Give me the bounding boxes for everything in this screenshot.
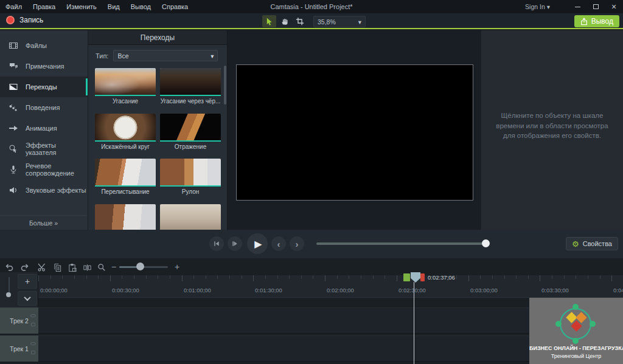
- menu-modify[interactable]: Изменить: [61, 0, 102, 13]
- transition-thumbnail: [160, 204, 221, 230]
- sidebar-item-label: Эффекты указателя: [26, 142, 88, 156]
- export-button[interactable]: Вывод: [574, 15, 619, 27]
- play-icon: ▶: [254, 238, 262, 250]
- gear-icon: ⚙: [572, 240, 579, 248]
- transition-roll[interactable]: Рулон: [160, 159, 221, 195]
- canvas-zoom-select[interactable]: 35,8% ▾: [313, 16, 366, 27]
- transition-circle-distort[interactable]: Искажённый круг: [95, 114, 156, 150]
- panel-scrollbar[interactable]: [224, 66, 226, 105]
- transition-partial-1[interactable]: [95, 204, 156, 230]
- lock-icon[interactable]: [31, 323, 35, 326]
- timeline-ruler[interactable]: 0:00:00;00 0:00:30;00 0:01:00;00 0:01:30…: [38, 275, 623, 298]
- plus-icon: +: [25, 276, 30, 286]
- crop-tool-button[interactable]: [293, 15, 307, 27]
- properties-button[interactable]: ⚙ Свойства: [566, 237, 618, 250]
- chevron-down-icon: ▾: [358, 18, 361, 26]
- transition-thumbnail: [160, 68, 221, 96]
- crop-icon: [296, 17, 304, 26]
- chevron-down-icon: ▾: [547, 3, 550, 10]
- menu-share[interactable]: Вывод: [125, 0, 156, 13]
- next-button[interactable]: ›: [290, 236, 304, 251]
- lock-icon[interactable]: [31, 351, 35, 354]
- track-height-slider-handle[interactable]: [6, 292, 11, 297]
- transitions-panel: Переходы Тип: Все ▾ Угасание Угасание че…: [88, 30, 228, 230]
- sidebar-item-behaviors[interactable]: Поведения: [0, 97, 88, 118]
- restore-button[interactable]: [586, 0, 605, 13]
- transition-fade[interactable]: Угасание: [95, 68, 156, 105]
- add-track-button[interactable]: +: [18, 274, 37, 289]
- paste-button[interactable]: [65, 261, 78, 273]
- eye-icon[interactable]: [30, 314, 36, 317]
- copy-button[interactable]: [50, 261, 64, 273]
- sidebar-item-voice-narration[interactable]: Речевое сопровождение: [0, 159, 88, 180]
- ruler-tick: [468, 275, 469, 281]
- close-button[interactable]: ×: [605, 0, 623, 13]
- menu-help[interactable]: Справка: [156, 0, 193, 13]
- copy-icon: [53, 263, 62, 272]
- sidebar-item-audio-effects[interactable]: Звуковые эффекты: [0, 180, 88, 201]
- playhead-line[interactable]: [414, 282, 414, 364]
- sidebar-item-annotations[interactable]: Примечания: [0, 56, 88, 77]
- menu-file[interactable]: Файл: [0, 0, 27, 13]
- transition-thumbnail: [95, 159, 156, 187]
- timeline-zoom-in-button[interactable]: +: [172, 258, 183, 275]
- track-options-button[interactable]: [18, 291, 37, 306]
- ruler-label: 0:00:30;00: [112, 287, 139, 294]
- transition-fade-through-black[interactable]: Угасание через чёр...: [160, 68, 221, 105]
- menu-view[interactable]: Вид: [102, 0, 125, 13]
- tools-sidebar: Файлы Примечания Переходы Поведения: [0, 30, 88, 230]
- watermark-title: БИЗНЕС ОНЛАЙН - ПЕРЕЗАГРУЗКА: [529, 345, 623, 351]
- cursor-tool-button[interactable]: [262, 15, 276, 27]
- ruler-minor-ticks: [38, 275, 623, 279]
- sidebar-item-media[interactable]: Файлы: [0, 35, 88, 56]
- pan-tool-button[interactable]: [277, 15, 291, 27]
- transition-partial-2[interactable]: [160, 204, 221, 230]
- filmstrip-icon: [9, 41, 18, 50]
- sidebar-item-transitions[interactable]: Переходы: [0, 77, 88, 97]
- timeline-zoom-handle[interactable]: [136, 263, 144, 270]
- timeline-zoom-out-button[interactable]: −: [108, 258, 119, 275]
- transition-type-select[interactable]: Все ▾: [113, 50, 218, 61]
- playhead-in-marker[interactable]: [403, 273, 410, 281]
- minimize-button[interactable]: [568, 0, 586, 13]
- undo-button[interactable]: [2, 261, 16, 273]
- watermark-subtitle: Тренинговый Центр: [529, 353, 623, 359]
- arrow-right-icon: [9, 123, 18, 133]
- preview-canvas[interactable]: [236, 64, 473, 201]
- ruler-tick: [540, 275, 540, 281]
- redo-button[interactable]: [18, 261, 32, 273]
- top-toolbar: Запись 35,8% ▾ Вывод: [0, 13, 623, 29]
- sidebar-item-cursor-effects[interactable]: Эффекты указателя: [0, 139, 88, 159]
- transition-page-turn[interactable]: Перелистывание: [95, 159, 156, 195]
- transition-reflection[interactable]: Отражение: [160, 114, 221, 150]
- sidebar-item-animations[interactable]: Анимация: [0, 118, 88, 139]
- sign-in-button[interactable]: Sign In ▾: [525, 0, 550, 13]
- timeline-zoom-button[interactable]: [95, 261, 108, 273]
- hand-icon: [280, 17, 289, 26]
- menu-edit[interactable]: Правка: [27, 0, 61, 13]
- playhead-timestamp: 0:02:37;06: [428, 274, 455, 281]
- magnifier-icon: [97, 263, 106, 272]
- playhead-out-marker[interactable]: [420, 273, 425, 281]
- transition-type-row: Тип: Все ▾: [96, 50, 218, 61]
- track-1-header[interactable]: Трек 1: [0, 335, 38, 362]
- play-button[interactable]: ▶: [247, 233, 268, 254]
- split-button[interactable]: [80, 261, 94, 273]
- ruler-tick: [325, 275, 325, 281]
- step-back-icon: [213, 240, 220, 247]
- step-back-button[interactable]: [209, 236, 224, 251]
- transition-thumbnail: [95, 68, 156, 96]
- ruler-label: 0:02:30;00: [399, 287, 426, 294]
- step-forward-button[interactable]: [228, 236, 242, 251]
- track-2-header[interactable]: Трек 2: [0, 307, 38, 334]
- sidebar-more-button[interactable]: Больше »: [0, 215, 87, 230]
- cut-button[interactable]: [35, 261, 49, 273]
- properties-hint-text: Щёлкните по объекту на шкале времени или…: [490, 111, 614, 141]
- ruler-tick: [38, 275, 39, 281]
- record-button[interactable]: Запись: [6, 16, 43, 24]
- eye-icon[interactable]: [30, 342, 36, 345]
- previous-button[interactable]: ‹: [271, 236, 286, 251]
- scissors-icon: [37, 263, 47, 272]
- seek-slider-handle[interactable]: [482, 239, 490, 247]
- seek-slider[interactable]: [316, 242, 486, 245]
